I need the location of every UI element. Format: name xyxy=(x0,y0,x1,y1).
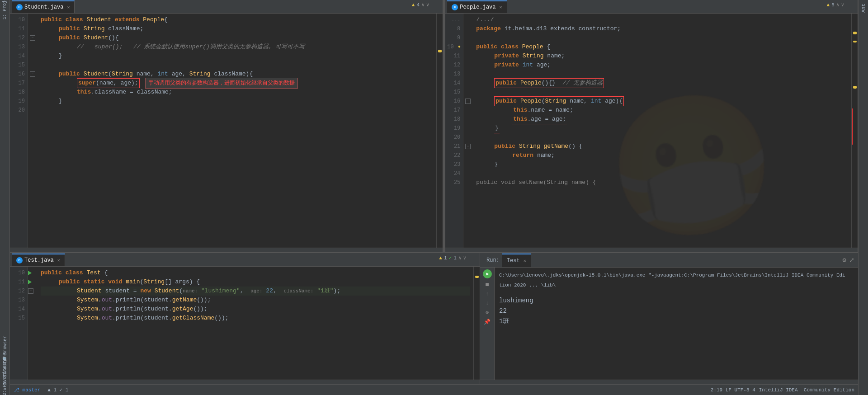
test-nav-up[interactable]: ∧ xyxy=(458,255,462,261)
maximize-icon[interactable]: ⤢ xyxy=(849,256,854,264)
git-branch[interactable]: ⎇ master xyxy=(14,387,40,393)
people-gutter: − − xyxy=(463,14,472,248)
people-line-20 xyxy=(476,133,848,142)
test-tab[interactable]: C Test.java ✕ xyxy=(12,254,65,266)
student-h-scrollbar[interactable] xyxy=(10,248,443,252)
people-line-18: this.age = age; xyxy=(476,115,848,124)
people-scroll-marker3 xyxy=(853,86,857,89)
student-tab-close[interactable]: ✕ xyxy=(67,5,70,10)
people-editor: C People.java ✕ ▲ 5 ∧ ∨ ... 8 9 1 xyxy=(445,0,858,252)
favorites-icon[interactable]: 2: Favorites xyxy=(1,375,9,383)
run-scroll-track[interactable] xyxy=(852,268,858,380)
people-line-10: public class People { xyxy=(476,42,848,52)
fold-12[interactable]: − xyxy=(30,35,35,41)
people-line-12: private int age; xyxy=(476,61,848,70)
edition-name: Community Edition xyxy=(804,387,854,393)
scroll-up-button[interactable]: ↑ xyxy=(486,291,489,297)
fold-p21[interactable]: − xyxy=(465,144,471,149)
test-h-scrollbar[interactable] xyxy=(10,380,480,384)
people-h-scrollbar[interactable] xyxy=(445,248,858,252)
run-output-area: C:\Users\lenovo\.jdks\openjdk-15.0.1\bin… xyxy=(495,268,852,380)
people-line-22: return name; xyxy=(476,151,848,160)
test-nav-down[interactable]: ∨ xyxy=(463,255,466,261)
people-line-17: this.name = name; xyxy=(476,106,848,115)
test-tab-close[interactable]: ✕ xyxy=(57,258,60,263)
run-output-1: lushimeng xyxy=(499,296,847,306)
run-test-tab[interactable]: Test ✕ xyxy=(502,254,531,267)
people-line-16: public People(String name, int age){ xyxy=(476,97,848,106)
run-tab-bar: Run: Test ✕ ⚙ ⤢ xyxy=(480,253,858,268)
run-arrow-10[interactable] xyxy=(28,271,32,275)
edition-label: IntelliJ IDEA Community Edition xyxy=(759,387,854,393)
student-editor: C Student.java ✕ ▲ 4 ∧ ∨ 10 11 12 xyxy=(10,0,443,252)
student-tab-label: Student.java xyxy=(24,4,63,10)
code-line-17: super(name, age); 手动调用父类的有参数构造器，进而初始化继承自… xyxy=(41,79,433,88)
test-check: ✓ xyxy=(449,255,452,261)
people-scroll-track[interactable] xyxy=(851,14,858,248)
gutter-col: − − xyxy=(28,14,37,248)
code-line-18: this.className = className; xyxy=(41,88,433,97)
run-stop-button[interactable]: ■ xyxy=(485,281,489,288)
code-line-10: public class Student extends People{ xyxy=(41,15,433,24)
output-22: 22 xyxy=(499,307,507,315)
ant-label[interactable]: Ant xyxy=(860,0,867,16)
people-line-14: public People(){} // 无参构造器 xyxy=(476,79,848,88)
fold-16[interactable]: − xyxy=(30,71,35,77)
people-line-9 xyxy=(476,33,848,42)
people-java-icon: C xyxy=(452,4,458,10)
test-scroll-marker xyxy=(475,276,479,278)
test-line-numbers: 10 11 12 13 14 15 xyxy=(10,267,28,380)
people-tab[interactable]: C People.java ✕ xyxy=(447,0,507,13)
scroll-down-button[interactable]: ↓ xyxy=(486,300,489,306)
people-line-11: private String name; xyxy=(476,52,848,61)
run-arrow-11[interactable] xyxy=(28,280,32,284)
code-line-16: public Student(String name, int age, Str… xyxy=(41,70,433,79)
people-tab-bar: C People.java ✕ ▲ 5 ∧ ∨ xyxy=(445,0,858,14)
output-class: 1班 xyxy=(499,318,509,325)
code-line-14: } xyxy=(41,52,433,61)
people-code-content: ... 8 9 10 ● 11 12 13 14 15 16 17 18 19 … xyxy=(445,14,858,248)
code-line-12: public Student(){ xyxy=(41,33,433,42)
test-scroll-track[interactable] xyxy=(473,267,480,380)
scroll-track[interactable] xyxy=(436,14,443,248)
db-browser-icon[interactable]: DB Browser xyxy=(1,345,9,353)
status-warning: ▲ 1 ✓ 1 xyxy=(47,387,68,393)
code-line-15 xyxy=(41,61,433,70)
people-line-19: } xyxy=(476,124,848,133)
line-col-info: 2:19 LF UTF-8 4 xyxy=(711,387,755,393)
project-icon[interactable]: 1: Project xyxy=(1,2,9,10)
run-label: Run: xyxy=(484,257,502,263)
people-line-13 xyxy=(476,70,848,79)
test-tab-bar: C Test.java ✕ ▲ 1 ✓ 1 ∧ ∨ xyxy=(10,253,480,267)
pin-button[interactable]: 📌 xyxy=(484,319,491,325)
test-java-icon: C xyxy=(16,257,23,263)
people-line-21: public String getName() { xyxy=(476,142,848,151)
run-play-button[interactable]: ▶ xyxy=(483,269,492,278)
clear-button[interactable]: ⊗ xyxy=(486,309,489,316)
run-tab-test: Test xyxy=(507,258,520,264)
nav-up[interactable]: ∧ xyxy=(421,2,425,8)
people-line-23: } xyxy=(476,160,848,169)
settings-gear-icon[interactable]: ⚙ xyxy=(843,256,846,264)
run-tab-close[interactable]: ✕ xyxy=(524,258,526,263)
fold-t12[interactable]: − xyxy=(28,288,33,294)
student-tab-bar: C Student.java ✕ ▲ 4 ∧ ∨ xyxy=(10,0,443,14)
run-h-scrollbar[interactable] xyxy=(480,380,858,384)
people-code-area[interactable]: /.../ package it.heima.d13_extends_const… xyxy=(472,14,851,248)
test-code-area[interactable]: public class Test { public static void m… xyxy=(37,267,473,380)
student-line-numbers: 10 11 12 13 14 15 16 17 18 19 20 xyxy=(10,14,28,248)
test-code-content: 10 11 12 13 14 15 xyxy=(10,267,480,380)
nav-down[interactable]: ∨ xyxy=(426,2,429,8)
run-spacer xyxy=(499,290,847,296)
super-tooltip: 手动调用父类的有参数构造器，进而初始化继承自父类的数据 xyxy=(145,78,298,89)
people-nav-up[interactable]: ∧ xyxy=(836,2,840,8)
people-tab-close[interactable]: ✕ xyxy=(500,5,502,10)
student-tab[interactable]: C Student.java ✕ xyxy=(12,0,75,13)
people-nav-down[interactable]: ∨ xyxy=(841,2,844,8)
people-line-8: package it.heima.d13_extends_constructor… xyxy=(476,24,848,33)
warning-count: 4 xyxy=(416,2,420,8)
people-warning-count: 5 xyxy=(831,2,835,8)
student-code-area[interactable]: public class Student extends People{ pub… xyxy=(37,14,436,248)
people-warning-indicator: ▲ 5 ∧ ∨ xyxy=(827,2,844,8)
fold-p16[interactable]: − xyxy=(465,99,471,104)
